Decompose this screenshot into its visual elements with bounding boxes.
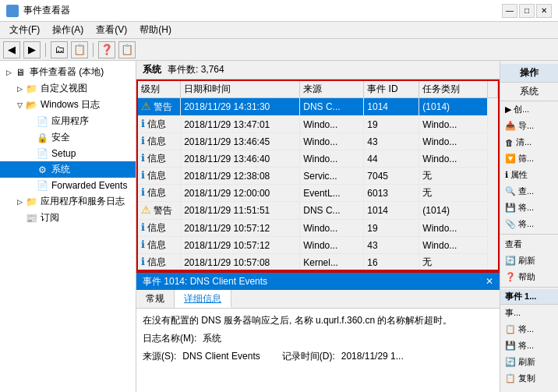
detail-date-value: 2018/11/29 1... xyxy=(341,349,404,364)
extra-button[interactable]: 📋 xyxy=(118,41,136,58)
right-action-refresh2-label: 刷新 xyxy=(518,356,535,368)
cell-eventid: 19 xyxy=(364,116,419,133)
right-action-refresh[interactable]: 🔄 刷新 xyxy=(500,253,558,269)
right-action-search[interactable]: 🔍 查... xyxy=(500,183,558,200)
tree-item-forwarded[interactable]: 📄Forwarded Events xyxy=(0,178,136,193)
info-icon: ℹ xyxy=(141,169,145,181)
cell-level: ℹ 信息 xyxy=(138,185,181,202)
refresh2-icon: 🔄 xyxy=(505,357,516,367)
cell-task: 无 xyxy=(419,185,487,202)
info-icon: ℹ xyxy=(141,256,145,267)
detail-logname-label: 日志名称(M): xyxy=(143,331,196,346)
tab-general[interactable]: 常规 xyxy=(136,290,175,308)
tab-detail[interactable]: 详细信息 xyxy=(175,290,231,308)
copy2-icon: 📋 xyxy=(505,373,516,383)
table-row[interactable]: ℹ 信息2018/11/29 10:57:12Windo...19Windo..… xyxy=(138,220,498,237)
tree-item-subscriptions[interactable]: 📰订阅 xyxy=(0,210,136,226)
action-button[interactable]: 📋 xyxy=(71,41,88,58)
help-button[interactable]: ❓ xyxy=(98,41,115,58)
cell-task: 无 xyxy=(419,168,487,185)
menu-item-帮助H[interactable]: 帮助(H) xyxy=(133,22,178,38)
col-datetime[interactable]: 日期和时间 xyxy=(181,81,300,98)
col-level[interactable]: 级别 xyxy=(138,81,181,98)
right-action-refresh2[interactable]: 🔄 刷新 xyxy=(500,354,558,370)
tree-item-system[interactable]: ⚙系统 xyxy=(0,161,136,178)
minimize-button[interactable]: — xyxy=(502,4,517,18)
right-action-filter[interactable]: 🔽 筛... xyxy=(500,150,558,167)
info-icon: ℹ xyxy=(141,186,145,198)
right-action-clear[interactable]: 🗑 清... xyxy=(500,134,558,150)
table-row[interactable]: ⚠ 警告2018/11/29 11:51:51DNS C...1014(1014… xyxy=(138,202,498,220)
detail-panel: 事件 1014: DNS Client Events ✕ 常规 详细信息 在没有… xyxy=(136,271,500,392)
detail-close-button[interactable]: ✕ xyxy=(486,276,493,287)
right-action-view[interactable]: 查看 xyxy=(500,236,558,253)
right-action-properties[interactable]: ℹ 属性 xyxy=(500,167,558,183)
item-icon-security: 🔒 xyxy=(36,132,48,144)
event-table-scroll[interactable]: 级别 日期和时间 来源 事件 ID 任务类别 ⚠ 警告2018/11/29 14… xyxy=(138,81,498,270)
right-action-help[interactable]: ❓ 帮助 xyxy=(500,269,558,285)
right-action-create[interactable]: ▶ 创... xyxy=(500,101,558,118)
tree-item-setup[interactable]: 📄Setup xyxy=(0,146,136,161)
close-button[interactable]: ✕ xyxy=(536,4,552,18)
col-source[interactable]: 来源 xyxy=(300,81,364,98)
import-icon: 📥 xyxy=(505,121,516,131)
tree-item-app[interactable]: 📄应用程序 xyxy=(0,113,136,129)
tree-item-apps-services[interactable]: ▷📁应用程序和服务日志 xyxy=(0,193,136,210)
saveall-icon: 💾 xyxy=(505,203,516,213)
info-icon: ℹ xyxy=(141,238,145,250)
item-label-local-root: 事件查看器 (本地) xyxy=(30,65,104,79)
table-row[interactable]: ℹ 信息2018/11/29 12:38:08Servic...7045无 xyxy=(138,168,498,185)
info-icon: ℹ xyxy=(141,135,145,147)
toolbar: ◀ ▶ 🗂 📋 ❓ 📋 xyxy=(0,39,558,61)
table-row[interactable]: ℹ 信息2018/11/29 12:00:00EventL...6013无 xyxy=(138,185,498,202)
view-button[interactable]: 🗂 xyxy=(51,41,68,58)
event-list-header: 系统 事件数: 3,764 xyxy=(136,61,500,79)
tree-item-windows-log[interactable]: ▽📂Windows 日志 xyxy=(0,97,136,113)
right-action-clear-label: 清... xyxy=(516,136,532,148)
forward-button[interactable]: ▶ xyxy=(23,41,41,58)
item-label-windows-log: Windows 日志 xyxy=(41,98,100,111)
right-sep-2 xyxy=(500,287,558,288)
maximize-button[interactable]: □ xyxy=(519,4,535,18)
left-panel: ▷🖥事件查看器 (本地)▷📁自定义视图▽📂Windows 日志📄应用程序🔒安全📄… xyxy=(0,61,136,392)
cell-eventid: 44 xyxy=(364,150,419,168)
table-row[interactable]: ℹ 信息2018/11/29 10:57:12Windo...43Windo..… xyxy=(138,237,498,254)
table-row[interactable]: ℹ 信息2018/11/29 13:47:01Windo...19Windo..… xyxy=(138,116,498,133)
event1-section: 事件 1... xyxy=(500,289,558,305)
item-label-system: 系统 xyxy=(51,163,70,176)
cell-source: Windo... xyxy=(300,150,364,168)
attach-icon: 📎 xyxy=(505,219,516,229)
col-task[interactable]: 任务类别 xyxy=(419,81,487,98)
right-action-copy-label: 将... xyxy=(518,323,534,335)
menu-item-文件F[interactable]: 文件(F) xyxy=(3,22,46,38)
tree-item-local-root[interactable]: ▷🖥事件查看器 (本地) xyxy=(0,64,136,80)
event-rows: ⚠ 警告2018/11/29 14:31:30DNS C...1014(1014… xyxy=(138,98,498,270)
right-action-import[interactable]: 📥 导... xyxy=(500,118,558,134)
right-action-event-detail[interactable]: 事... xyxy=(500,305,558,321)
right-action-attach[interactable]: 📎 将... xyxy=(500,216,558,232)
right-action-saveall[interactable]: 💾 将... xyxy=(500,200,558,216)
menu-item-操作A[interactable]: 操作(A) xyxy=(46,22,90,38)
right-action-copy-event[interactable]: 📋 将... xyxy=(500,321,558,337)
table-row[interactable]: ⚠ 警告2018/11/29 14:31:30DNS C...1014(1014… xyxy=(138,98,498,116)
table-row[interactable]: ℹ 信息2018/11/29 13:46:40Windo...44Windo..… xyxy=(138,150,498,168)
tree-item-custom-views[interactable]: ▷📁自定义视图 xyxy=(0,80,136,97)
menu-item-查看V[interactable]: 查看(V) xyxy=(90,22,133,38)
cell-level: ⚠ 警告 xyxy=(138,98,181,116)
table-header: 级别 日期和时间 来源 事件 ID 任务类别 xyxy=(138,81,498,98)
right-action-help-label: 帮助 xyxy=(518,271,535,283)
detail-description: 在没有配置的 DNS 服务器响应之后, 名称 u.qurl.f.360.cn 的… xyxy=(143,313,493,328)
events-table-element: 级别 日期和时间 来源 事件 ID 任务类别 ⚠ 警告2018/11/29 14… xyxy=(138,81,498,270)
right-action-save-event[interactable]: 💾 将... xyxy=(500,337,558,354)
detail-source-label: 来源(S): xyxy=(143,349,176,364)
refresh-icon: 🔄 xyxy=(505,256,516,266)
table-row[interactable]: ℹ 信息2018/11/29 13:46:45Windo...43Windo..… xyxy=(138,133,498,150)
search-icon: 🔍 xyxy=(505,186,516,196)
tree-item-security[interactable]: 🔒安全 xyxy=(0,129,136,146)
right-action-copy2[interactable]: 📋 复制 xyxy=(500,370,558,387)
table-row[interactable]: ℹ 信息2018/11/29 10:57:08Kernel...16无 xyxy=(138,254,498,270)
back-button[interactable]: ◀ xyxy=(3,41,20,58)
right-action-view-label: 查看 xyxy=(505,238,522,250)
cell-task: 无 xyxy=(419,254,487,270)
col-eventid[interactable]: 事件 ID xyxy=(364,81,419,98)
